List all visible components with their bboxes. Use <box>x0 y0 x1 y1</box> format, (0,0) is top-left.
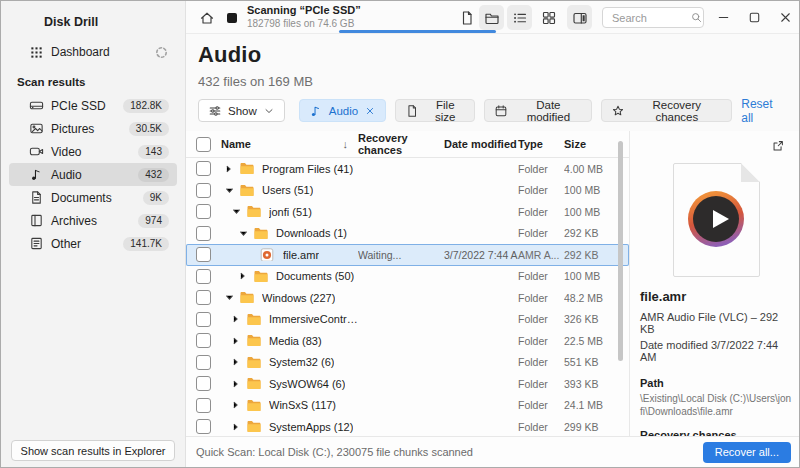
chevron-right-icon[interactable] <box>232 315 246 323</box>
close-button[interactable] <box>771 1 800 33</box>
row-checkbox[interactable] <box>196 290 211 305</box>
sidebar-item-other[interactable]: Other141.7K <box>9 232 177 255</box>
row-checkbox[interactable] <box>196 269 211 284</box>
chevron-down-icon[interactable] <box>225 294 239 302</box>
chevron-right-icon[interactable] <box>232 337 246 345</box>
chevron-right-icon[interactable] <box>232 401 246 409</box>
table-row[interactable]: SysWOW64 (6)Folder393 KB <box>186 373 629 395</box>
sidebar-item-video[interactable]: Video143 <box>9 140 177 163</box>
search-input[interactable] <box>610 11 690 25</box>
column-header-date[interactable]: Date modified <box>444 138 518 150</box>
preview-panel-toggle-button[interactable] <box>567 5 592 30</box>
row-checkbox[interactable] <box>196 355 211 370</box>
row-name-cell: WinSxS (117) <box>221 399 358 412</box>
count-badge: 30.5K <box>129 122 169 136</box>
chevron-down-icon[interactable] <box>225 186 239 194</box>
table-row[interactable]: System32 (6)Folder551 KB <box>186 352 629 374</box>
table-row[interactable]: SystemApps (12)Folder299 KB <box>186 416 629 438</box>
table-row[interactable]: Media (83)Folder22.5 MB <box>186 330 629 352</box>
chevron-right-icon[interactable] <box>225 165 239 173</box>
hamburger-menu-icon[interactable] <box>14 14 31 30</box>
sidebar-item-pcie-ssd[interactable]: PCIe SSD182.8K <box>9 94 177 117</box>
table-row[interactable]: Program Files (41)Folder4.00 MB <box>186 158 629 180</box>
row-checkbox[interactable] <box>196 312 211 327</box>
scan-title: Scanning “PCIe SSD” <box>247 4 361 18</box>
recover-all-button[interactable]: Recover all... <box>703 442 791 463</box>
row-checkbox[interactable] <box>196 398 211 413</box>
sidebar-item-pictures[interactable]: Pictures30.5K <box>9 117 177 140</box>
minimize-button[interactable] <box>709 1 738 33</box>
row-checkbox[interactable] <box>196 204 211 219</box>
show-filter-button[interactable]: Show <box>198 99 285 122</box>
folder-icon <box>246 377 262 390</box>
row-name-cell: ImmersiveControlPan... <box>221 313 358 326</box>
table-row[interactable]: Users (51)Folder100 MB <box>186 180 629 202</box>
chevron-right-icon[interactable] <box>232 358 246 366</box>
filter-chip-date-modified[interactable]: Date modified <box>484 99 592 122</box>
sidebar-item-archives[interactable]: Archives974 <box>9 209 177 232</box>
folder-view-button[interactable] <box>479 5 504 30</box>
size-cell: 299 KB <box>564 421 612 433</box>
sidebar-item-label: Archives <box>51 214 97 228</box>
column-header-type[interactable]: Type <box>518 138 564 150</box>
folder-icon <box>246 334 262 347</box>
file-name: SystemApps (12) <box>269 421 353 433</box>
size-cell: 4.00 MB <box>564 163 612 175</box>
table-row[interactable]: WinSxS (117)Folder24.1 MB <box>186 395 629 417</box>
table-row[interactable]: Windows (227)Folder48.2 MB <box>186 287 629 309</box>
column-header-name[interactable]: Name ↓ <box>221 138 358 150</box>
file-name: ImmersiveControlPan... <box>269 313 358 325</box>
filter-chip-audio[interactable]: Audio <box>299 99 386 122</box>
sidebar-item-dashboard[interactable]: Dashboard <box>9 40 177 64</box>
row-checkbox[interactable] <box>196 333 211 348</box>
size-cell: 292 KB <box>564 227 612 239</box>
table-row[interactable]: jonfi (51)Folder100 MB <box>186 201 629 223</box>
filter-chip-file-size[interactable]: File size <box>395 99 475 122</box>
table-row[interactable]: file.amrWaiting...3/7/2022 7:44 AMAMR A.… <box>186 244 629 266</box>
table-body: Program Files (41)Folder4.00 MBUsers (51… <box>186 158 629 438</box>
chevron-right-icon[interactable] <box>239 272 253 280</box>
vertical-scrollbar[interactable] <box>618 141 623 361</box>
row-checkbox[interactable] <box>196 226 211 241</box>
list-view-button[interactable] <box>507 5 532 30</box>
sidebar-item-documents[interactable]: Documents9K <box>9 186 177 209</box>
row-checkbox[interactable] <box>196 247 211 262</box>
select-all-checkbox[interactable] <box>196 137 211 152</box>
file-view-button[interactable] <box>454 5 479 30</box>
folder-icon <box>239 162 255 175</box>
home-icon <box>199 10 215 26</box>
row-checkbox[interactable] <box>196 419 211 434</box>
row-checkbox[interactable] <box>196 161 211 176</box>
table-row[interactable]: Downloads (1)Folder292 KB <box>186 223 629 245</box>
maximize-button[interactable] <box>740 1 769 33</box>
remove-filter-icon <box>364 105 376 117</box>
table-row[interactable]: Documents (50)Folder100 MB <box>186 266 629 288</box>
chevron-down-icon[interactable] <box>239 229 253 237</box>
row-name-cell: System32 (6) <box>221 356 358 369</box>
filter-chip-recovery-chances[interactable]: Recovery chances <box>601 99 732 122</box>
column-header-size[interactable]: Size <box>564 138 612 150</box>
home-button[interactable] <box>194 5 219 30</box>
table-row[interactable]: ImmersiveControlPan...Folder326 KB <box>186 309 629 331</box>
column-header-recovery[interactable]: Recovery chances <box>358 132 444 156</box>
folder-icon <box>246 399 262 412</box>
filter-chip-group: AudioFile sizeDate modifiedRecovery chan… <box>299 99 732 122</box>
chevron-down-icon[interactable] <box>232 208 246 216</box>
dashboard-label: Dashboard <box>51 45 110 59</box>
chevron-right-icon[interactable] <box>232 380 246 388</box>
row-checkbox[interactable] <box>196 183 211 198</box>
play-button[interactable] <box>688 191 744 247</box>
reset-all-link[interactable]: Reset all <box>741 97 787 125</box>
sidebar: Disk Drill Dashboard Scan results PCIe S… <box>1 1 186 467</box>
stop-scan-button[interactable] <box>219 5 244 30</box>
grid-view-button[interactable] <box>536 5 561 30</box>
row-checkbox[interactable] <box>196 376 211 391</box>
open-external-icon[interactable] <box>771 139 785 153</box>
app-name: Disk Drill <box>44 15 98 29</box>
show-in-explorer-button[interactable]: Show scan results in Explorer <box>11 440 175 461</box>
chevron-right-icon[interactable] <box>232 423 246 431</box>
scan-spinner-icon <box>154 45 169 60</box>
sidebar-item-audio[interactable]: Audio432 <box>9 163 177 186</box>
documents-icon <box>29 190 44 205</box>
size-cell: 24.1 MB <box>564 399 612 411</box>
